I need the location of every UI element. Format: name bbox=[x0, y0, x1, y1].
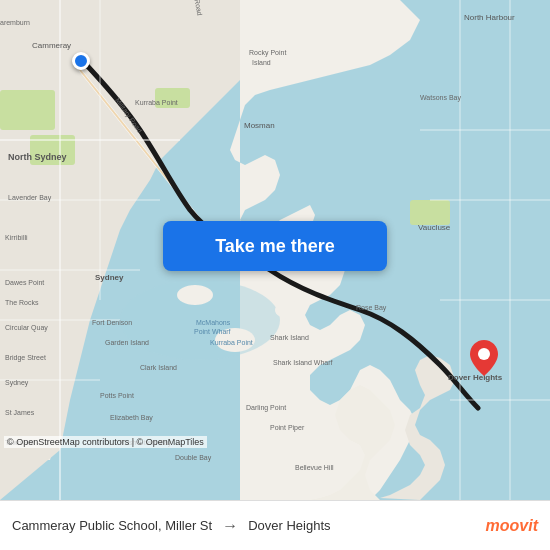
route-arrow-icon: → bbox=[222, 517, 238, 535]
svg-text:Island: Island bbox=[252, 59, 271, 66]
svg-text:McMahons: McMahons bbox=[196, 319, 231, 326]
destination-marker bbox=[470, 340, 498, 380]
svg-text:Watsons Bay: Watsons Bay bbox=[420, 94, 461, 102]
svg-point-9 bbox=[275, 301, 305, 319]
svg-text:The Rocks: The Rocks bbox=[5, 299, 39, 306]
svg-text:Kurraba Point: Kurraba Point bbox=[210, 339, 253, 346]
svg-text:North Sydney: North Sydney bbox=[8, 152, 67, 162]
svg-rect-7 bbox=[410, 200, 450, 225]
svg-text:Bellevue Hill: Bellevue Hill bbox=[295, 464, 334, 471]
svg-text:Mosman: Mosman bbox=[244, 121, 275, 130]
map-attribution: © OpenStreetMap contributors | © OpenMap… bbox=[4, 436, 207, 448]
svg-text:Kirribilli: Kirribilli bbox=[5, 234, 28, 241]
take-me-there-button[interactable]: Take me there bbox=[163, 221, 387, 271]
svg-text:Sydney: Sydney bbox=[5, 379, 29, 387]
svg-text:Vaucluse: Vaucluse bbox=[418, 223, 451, 232]
bottom-bar: Cammeray Public School, Miller St → Dove… bbox=[0, 500, 550, 550]
svg-point-10 bbox=[177, 285, 213, 305]
svg-text:Bridge Street: Bridge Street bbox=[5, 354, 46, 362]
svg-text:Potts Point: Potts Point bbox=[100, 392, 134, 399]
svg-text:Garden Island: Garden Island bbox=[105, 339, 149, 346]
svg-text:Clark Island: Clark Island bbox=[140, 364, 177, 371]
svg-text:Darling Point: Darling Point bbox=[246, 404, 286, 412]
svg-text:Kurraba Point: Kurraba Point bbox=[135, 99, 178, 106]
svg-text:Point Wharf: Point Wharf bbox=[194, 328, 231, 335]
svg-text:Lavender Bay: Lavender Bay bbox=[8, 194, 52, 202]
svg-rect-6 bbox=[0, 90, 55, 130]
svg-text:Shark Island Wharf: Shark Island Wharf bbox=[273, 359, 333, 366]
svg-text:aremburn: aremburn bbox=[0, 19, 30, 26]
moovit-brand-text: moovit bbox=[486, 517, 538, 535]
svg-text:Circular Quay: Circular Quay bbox=[5, 324, 48, 332]
svg-text:Rose Bay: Rose Bay bbox=[356, 304, 387, 312]
svg-text:Fort Denison: Fort Denison bbox=[92, 319, 132, 326]
map-container: Cammeray North Sydney Lavender Bay Kirri… bbox=[0, 0, 550, 500]
svg-text:Cammeray: Cammeray bbox=[32, 41, 71, 50]
svg-text:Rocky Point: Rocky Point bbox=[249, 49, 286, 57]
svg-text:Elizabeth Bay: Elizabeth Bay bbox=[110, 414, 153, 422]
svg-text:Point Piper: Point Piper bbox=[270, 424, 305, 432]
svg-text:North Harbour: North Harbour bbox=[464, 13, 515, 22]
moovit-logo: moovit bbox=[486, 517, 538, 535]
svg-text:St James: St James bbox=[5, 409, 35, 416]
route-destination: Dover Heights bbox=[248, 518, 330, 533]
svg-text:Dawes Point: Dawes Point bbox=[5, 279, 44, 286]
svg-text:Sydney: Sydney bbox=[95, 273, 124, 282]
svg-text:Shark Island: Shark Island bbox=[270, 334, 309, 341]
origin-marker bbox=[72, 52, 90, 70]
svg-text:Double Bay: Double Bay bbox=[175, 454, 212, 462]
route-origin: Cammeray Public School, Miller St bbox=[12, 518, 212, 533]
svg-point-63 bbox=[478, 348, 490, 360]
